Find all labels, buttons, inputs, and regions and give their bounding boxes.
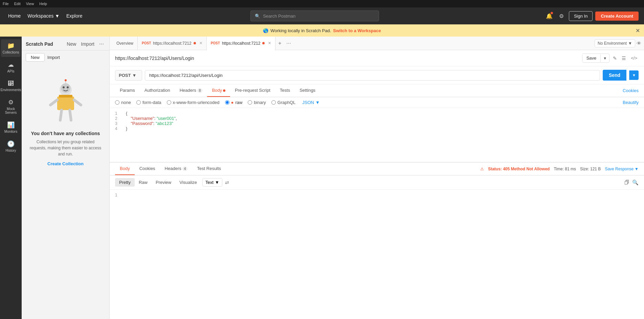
body-type-binary[interactable]: binary — [248, 100, 266, 105]
code-editor[interactable]: 1 { 2 "Username": "user001", 3 "Password… — [110, 108, 644, 162]
banner-text: Working locally in Scratch Pad. — [270, 28, 331, 33]
import-btn[interactable]: Import — [80, 41, 96, 47]
sidebar-item-collections[interactable]: 📁 Collections — [1, 39, 21, 57]
url-input[interactable] — [145, 70, 600, 81]
new-import-row: New Import — [22, 50, 109, 64]
save-button[interactable]: Save ▼ — [582, 54, 610, 63]
search-icon: 🔍 — [255, 14, 260, 19]
edit-icon-button[interactable]: ✎ — [612, 54, 618, 62]
header-actions: Save ▼ ✎ ☰ </> — [582, 54, 639, 63]
request-builder: POST ▼ Send ▼ — [110, 66, 644, 84]
response-time: Time: 81 ms — [554, 167, 576, 171]
code-content-1: { — [126, 111, 127, 116]
nav-workspaces[interactable]: Workspaces ▼ — [25, 12, 62, 20]
menu-edit[interactable]: Edit — [14, 2, 21, 6]
text-format-dropdown[interactable]: Text ▼ — [202, 178, 222, 187]
resp-tab-headers[interactable]: Headers4 — [160, 163, 193, 175]
body-type-raw[interactable]: ● raw — [225, 100, 243, 105]
banner-close-button[interactable]: ✕ — [636, 27, 640, 34]
resp-body-tabs: Pretty Raw Preview Visualize Text ▼ ⇄ 🗍 … — [110, 175, 644, 190]
sidebar-actions: New Import ⋯ — [65, 41, 105, 47]
req-tab-tests[interactable]: Tests — [275, 84, 295, 97]
import-button[interactable]: Import — [47, 53, 60, 62]
sidebar-item-mock-servers[interactable]: ⚙ Mock Servers — [1, 96, 21, 117]
code-icon-button[interactable]: </> — [629, 54, 639, 62]
method-chevron-icon: ▼ — [132, 73, 136, 78]
tabs-more-button[interactable]: ⋯ — [284, 41, 293, 46]
tab-1[interactable]: POST https://localhost:7212 ✕ — [138, 37, 207, 50]
env-selector[interactable]: No Environment ▼ — [595, 39, 635, 47]
code-line-3: 3 "Password": "abc123" — [115, 121, 639, 126]
svg-point-1 — [61, 83, 70, 93]
new-button[interactable]: New — [26, 53, 45, 62]
wrap-icon[interactable]: ⇄ — [225, 180, 229, 185]
nav-home[interactable]: Home — [5, 12, 23, 20]
new-collection-btn[interactable]: New — [65, 41, 77, 47]
sign-in-button[interactable]: Sign In — [569, 11, 593, 21]
body-type-form-data[interactable]: form-data — [136, 100, 161, 105]
req-tab-params[interactable]: Params — [115, 84, 140, 97]
tab-overview[interactable]: Overview — [112, 37, 138, 50]
search-response-icon[interactable]: 🔍 — [632, 179, 639, 186]
preview-icon-button[interactable]: ☰ — [620, 54, 627, 62]
svg-line-4 — [50, 100, 57, 105]
sidebar-item-environments[interactable]: ⹳ Environments — [1, 77, 21, 94]
tabs-bar: Overview POST https://localhost:7212 ✕ P… — [110, 37, 644, 50]
body-type-none[interactable]: none — [115, 100, 131, 105]
code-line-2: 2 "Username": "user001", — [115, 116, 639, 121]
resp-body-tab-pretty[interactable]: Pretty — [115, 178, 135, 187]
sidebar-item-history[interactable]: 🕐 History — [1, 137, 21, 155]
menu-help[interactable]: Help — [39, 2, 47, 6]
env-eye-icon[interactable]: 👁 — [637, 41, 641, 46]
menu-file[interactable]: File — [3, 2, 9, 6]
menu-bar: File Edit View Help — [0, 0, 644, 7]
req-tab-headers[interactable]: Headers8 — [175, 84, 207, 97]
bell-icon[interactable]: 🔔 — [545, 11, 554, 21]
create-collection-link[interactable]: Create Collection — [47, 161, 84, 166]
req-tab-pre-request[interactable]: Pre-request Script — [230, 84, 275, 97]
req-tab-body[interactable]: Body — [207, 84, 230, 97]
save-response-button[interactable]: Save Response ▼ — [605, 167, 639, 171]
resp-tab-body[interactable]: Body — [115, 163, 135, 175]
search-bar[interactable]: 🔍 Search Postman — [250, 10, 379, 21]
tab-2[interactable]: POST https://localhost:7212 ✕ — [207, 37, 276, 50]
resp-tab-cookies[interactable]: Cookies — [135, 163, 160, 175]
sidebar-item-monitors[interactable]: 📊 Monitors — [1, 119, 21, 136]
apis-icon: ☁ — [8, 61, 14, 68]
method-select[interactable]: POST ▼ — [115, 70, 142, 81]
req-tab-settings[interactable]: Settings — [295, 84, 320, 97]
create-account-button[interactable]: Create Account — [595, 12, 639, 21]
req-tab-authorization[interactable]: Authorization — [140, 84, 175, 97]
response-tabs-bar: Body Cookies Headers4 Test Results ⚠ Sta… — [110, 163, 644, 175]
line-num-4: 4 — [115, 126, 120, 131]
resp-body-tab-preview[interactable]: Preview — [152, 178, 175, 187]
svg-line-7 — [70, 110, 71, 120]
body-type-urlencoded[interactable]: x-www-form-urlencoded — [167, 100, 220, 105]
sidebar-item-apis[interactable]: ☁ APIs — [1, 58, 21, 76]
body-dot — [223, 89, 225, 92]
send-button[interactable]: Send — [603, 70, 626, 81]
tabs-right: No Environment ▼ 👁 — [595, 39, 641, 47]
json-dropdown[interactable]: JSON ▼ — [302, 100, 320, 105]
save-caret-btn[interactable]: ▼ — [600, 55, 609, 62]
menu-view[interactable]: View — [26, 2, 34, 6]
beautify-button[interactable]: Beautify — [623, 100, 639, 105]
headers-badge: 8 — [197, 88, 203, 93]
tab2-close[interactable]: ✕ — [268, 41, 271, 45]
resp-body-tab-raw[interactable]: Raw — [135, 178, 152, 187]
tab2-url: https://localhost:7212 — [222, 41, 260, 46]
switch-workspace-link[interactable]: Switch to a Workspace — [333, 28, 381, 33]
send-caret-button[interactable]: ▼ — [629, 70, 639, 80]
resp-tab-test-results[interactable]: Test Results — [192, 163, 226, 175]
gear-icon[interactable]: ⚙ — [557, 11, 566, 21]
app-body: 📁 Collections ☁ APIs ⹳ Environments ⚙ Mo… — [0, 37, 644, 319]
save-main-btn[interactable]: Save — [582, 54, 601, 62]
resp-body-tab-visualize[interactable]: Visualize — [175, 178, 201, 187]
add-tab-button[interactable]: + — [275, 40, 284, 46]
tab1-close[interactable]: ✕ — [199, 41, 202, 45]
body-type-graphql[interactable]: GraphQL — [271, 100, 295, 105]
more-options-btn[interactable]: ⋯ — [98, 41, 105, 47]
copy-icon[interactable]: 🗍 — [624, 179, 629, 185]
cookies-link[interactable]: Cookies — [623, 88, 639, 93]
nav-explore[interactable]: Explore — [64, 12, 85, 20]
